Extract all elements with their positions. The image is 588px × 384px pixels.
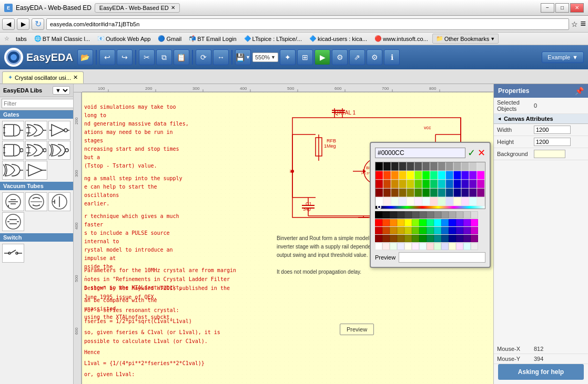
- properties-pin[interactable]: 📌: [575, 87, 584, 95]
- bookmark-ltspice1[interactable]: 🔷 LTspice : LTspice/...: [241, 34, 305, 43]
- vacuum-tube-3[interactable]: [48, 192, 70, 211]
- redo-button[interactable]: ↪: [117, 49, 133, 65]
- color-cell[interactable]: [419, 243, 427, 250]
- color-cell[interactable]: [382, 227, 390, 234]
- gate-nor[interactable]: [25, 141, 47, 160]
- settings-button[interactable]: ⚙: [332, 49, 348, 65]
- color-cell[interactable]: [463, 235, 471, 242]
- paste-button[interactable]: 📋: [174, 49, 189, 65]
- tab-close-btn[interactable]: ✕: [171, 5, 175, 11]
- color-cell[interactable]: [375, 243, 382, 250]
- canvas-attrs-section[interactable]: ◄ Canvas Attributes: [494, 114, 588, 124]
- sidebar-section-vacuum-tubes[interactable]: Vacuum Tubes: [0, 182, 73, 190]
- color-cell[interactable]: [397, 235, 404, 242]
- forward-button[interactable]: ▶: [17, 18, 29, 30]
- color-ok-button[interactable]: ✓: [468, 147, 475, 159]
- filter-input[interactable]: [2, 99, 74, 108]
- color-cell[interactable]: [412, 211, 419, 219]
- address-bar[interactable]: [46, 18, 569, 30]
- gate-nand[interactable]: [2, 141, 24, 160]
- width-input[interactable]: [534, 126, 571, 134]
- color-cell[interactable]: [390, 219, 397, 226]
- color-cell[interactable]: [456, 227, 463, 234]
- color-cell[interactable]: [390, 235, 397, 242]
- color-cell[interactable]: [412, 227, 419, 234]
- color-cell[interactable]: [397, 227, 404, 234]
- switch-component[interactable]: [2, 244, 24, 263]
- color-cell[interactable]: [412, 219, 419, 226]
- bookmark-btemail[interactable]: 📬 BT Email Login: [186, 34, 239, 43]
- color-cell[interactable]: [390, 243, 397, 250]
- color-cell[interactable]: [434, 211, 441, 219]
- library-select[interactable]: ▼: [53, 86, 70, 95]
- color-cell[interactable]: [456, 235, 463, 242]
- plugins-button[interactable]: ⚙: [367, 49, 382, 65]
- color-picker-popup[interactable]: ✓ ✕ Preview: [370, 142, 491, 268]
- color-cell[interactable]: [382, 219, 390, 226]
- bookmark-btmail[interactable]: 🌐 BT Mail Classic l...: [31, 34, 93, 43]
- color-cell[interactable]: [404, 227, 412, 234]
- color-cell[interactable]: [456, 243, 463, 250]
- color-cell[interactable]: [419, 219, 427, 226]
- color-cell[interactable]: [449, 243, 456, 250]
- color-cell[interactable]: [434, 227, 441, 234]
- gate-or[interactable]: [25, 121, 47, 140]
- maximize-button[interactable]: □: [555, 3, 569, 13]
- gate-and[interactable]: [2, 121, 24, 140]
- asking-help-button[interactable]: Asking for help: [498, 364, 584, 380]
- color-cell[interactable]: [463, 243, 471, 250]
- bookmark-other[interactable]: 📁 Other Bookmarks ▼: [432, 34, 499, 44]
- color-cell[interactable]: [419, 227, 427, 234]
- height-input[interactable]: [534, 138, 571, 146]
- bookmark-gmail[interactable]: 🔵 Gmail: [155, 34, 185, 43]
- color-cell[interactable]: [449, 219, 456, 226]
- color-cell[interactable]: [419, 211, 427, 219]
- color-cell[interactable]: [404, 211, 412, 219]
- color-cell[interactable]: [449, 211, 456, 219]
- close-button[interactable]: ✕: [570, 3, 584, 13]
- color-cell[interactable]: [404, 219, 412, 226]
- color-cell[interactable]: [456, 219, 463, 226]
- color-cell[interactable]: [397, 211, 404, 219]
- background-color-swatch[interactable]: [534, 150, 565, 158]
- color-cell[interactable]: [390, 211, 397, 219]
- color-cell[interactable]: [404, 243, 412, 250]
- color-hex-input[interactable]: [375, 148, 465, 158]
- bookmark-tabs[interactable]: tabs: [13, 35, 30, 43]
- color-cell[interactable]: [412, 235, 419, 242]
- bookmark-intusoft[interactable]: 🔴 www.intusoft.co...: [371, 34, 431, 43]
- sidebar-section-gates[interactable]: Gates: [0, 110, 73, 119]
- share-button[interactable]: ⇗: [349, 49, 365, 65]
- color-cell[interactable]: [434, 235, 441, 242]
- vacuum-tube-4[interactable]: [2, 212, 24, 231]
- gate-xor[interactable]: [2, 161, 24, 180]
- color-cell[interactable]: [375, 219, 382, 226]
- color-cell[interactable]: [427, 227, 434, 234]
- color-cell[interactable]: [471, 219, 478, 226]
- bookmark-star[interactable]: ☆: [571, 20, 578, 28]
- color-cell[interactable]: [471, 227, 478, 234]
- color-cell[interactable]: [382, 235, 390, 242]
- color-cell[interactable]: [434, 243, 441, 250]
- color-cell[interactable]: [427, 219, 434, 226]
- sidebar-section-switch[interactable]: Switch: [0, 233, 73, 242]
- color-cell[interactable]: [463, 219, 471, 226]
- color-cell[interactable]: [471, 243, 478, 250]
- color-cell[interactable]: [441, 227, 449, 234]
- window-controls[interactable]: − □ ✕: [541, 3, 584, 13]
- color-cell[interactable]: [412, 243, 419, 250]
- color-cell[interactable]: [441, 243, 449, 250]
- scissors-button[interactable]: ✂: [139, 49, 155, 65]
- gate-not[interactable]: [48, 121, 70, 140]
- color-cell[interactable]: [471, 235, 478, 242]
- tab-close[interactable]: ✕: [73, 74, 78, 81]
- minimize-button[interactable]: −: [541, 3, 554, 13]
- help-button[interactable]: ℹ: [384, 49, 400, 65]
- color-cell[interactable]: [375, 235, 382, 242]
- save-button[interactable]: 💾▼: [235, 49, 251, 65]
- color-cell[interactable]: [397, 243, 404, 250]
- snap-button[interactable]: ✦: [280, 49, 296, 65]
- flip-button[interactable]: ↔: [213, 49, 229, 65]
- color-cell[interactable]: [382, 243, 390, 250]
- color-cancel-button[interactable]: ✕: [478, 147, 485, 159]
